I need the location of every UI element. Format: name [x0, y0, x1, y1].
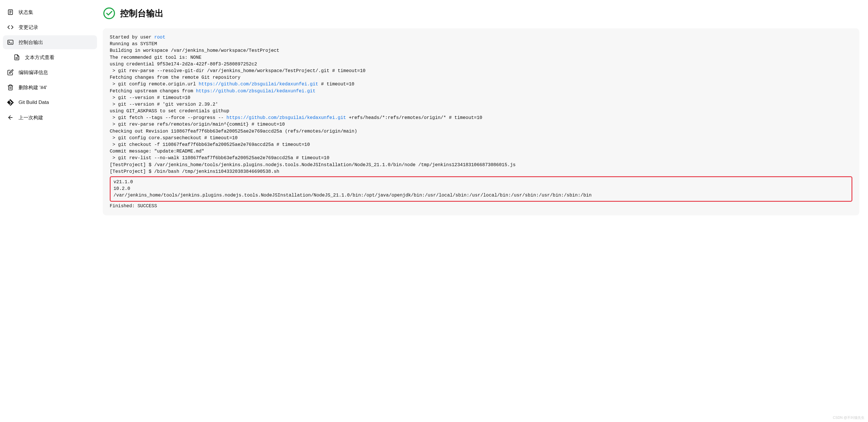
console-line: using GIT_ASKPASS to set credentials git…: [110, 108, 229, 114]
page-title: 控制台输出: [120, 7, 163, 20]
sidebar-item-label: 文本方式查看: [25, 54, 55, 61]
console-line: Started by user: [110, 35, 154, 40]
sidebar-item-label: 编辑编译信息: [19, 69, 48, 76]
console-line: Building in workspace /var/jenkins_home/…: [110, 48, 279, 53]
sidebar-item-console-output[interactable]: 控制台输出: [3, 35, 97, 49]
console-line: The recommended git tool is: NONE: [110, 55, 202, 60]
sidebar-item-label: 控制台输出: [19, 39, 43, 46]
console-line: using credential 9f53e174-2d2a-422f-80f3…: [110, 62, 257, 67]
sidebar-item-delete-build[interactable]: 删除构建 '#4': [3, 80, 97, 94]
sidebar-item-label: 上一次构建: [19, 114, 43, 121]
console-line: > git rev-list --no-walk 110867feaf7f6bb…: [110, 155, 330, 161]
console-line: # timeout=10: [318, 82, 354, 87]
console-line: > git config remote.origin.url: [110, 82, 198, 87]
main-content: 控制台输出 Started by user root Running as SY…: [100, 0, 868, 422]
terminal-icon: [7, 39, 14, 46]
console-line: Commit message: "update:README.md": [110, 149, 204, 154]
console-line: v21.1.0 10.2.0 /var/jenkins_home/tools/j…: [114, 180, 591, 198]
git-icon: [7, 99, 14, 106]
sidebar-item-edit-build-info[interactable]: 编辑编译信息: [3, 65, 97, 79]
highlighted-output: v21.1.0 10.2.0 /var/jenkins_home/tools/j…: [110, 176, 852, 202]
console-line: Fetching upstream changes from: [110, 89, 196, 94]
repo-url-link[interactable]: https://github.com/zbsguilai/kedaxunfei.…: [196, 89, 316, 94]
sidebar-item-label: 状态集: [19, 9, 33, 15]
sidebar-item-label: 删除构建 '#4': [19, 84, 47, 91]
user-link[interactable]: root: [154, 35, 165, 40]
console-line: Fetching changes from the remote Git rep…: [110, 75, 240, 80]
console-line: > git --version # 'git version 2.39.2': [110, 102, 218, 107]
console-line: +refs/heads/*:refs/remotes/origin/* # ti…: [346, 115, 482, 121]
page-header: 控制台输出: [103, 7, 859, 20]
document-list-icon: [7, 9, 14, 15]
console-line: > git rev-parse --resolve-git-dir /var/j…: [110, 68, 365, 73]
svg-point-11: [104, 8, 115, 19]
sidebar-item-git-build-data[interactable]: Git Build Data: [3, 96, 97, 109]
code-icon: [7, 24, 14, 31]
console-line: > git checkout -f 110867feaf7f6bb63efa20…: [110, 142, 310, 147]
repo-url-link[interactable]: https://github.com/zbsguilai/kedaxunfei.…: [198, 82, 318, 87]
arrow-left-icon: [7, 114, 14, 121]
sidebar-item-text-view[interactable]: 文本方式查看: [3, 51, 97, 64]
success-check-icon: [103, 7, 116, 20]
trash-icon: [7, 84, 14, 91]
console-line: Checking out Revision 110867feaf7f6bb63e…: [110, 129, 357, 134]
console-line: > git config core.sparsecheckout # timeo…: [110, 135, 238, 141]
repo-url-link[interactable]: https://github.com/zbsguilai/kedaxunfei.…: [226, 115, 346, 121]
sidebar-item-previous-build[interactable]: 上一次构建: [3, 110, 97, 125]
console-line: Finished: SUCCESS: [110, 203, 157, 209]
console-line: [TestProject] $ /var/jenkins_home/tools/…: [110, 162, 516, 168]
console-line: > git fetch --tags --force --progress --: [110, 115, 226, 121]
console-line: Running as SYSTEM: [110, 41, 157, 46]
sidebar-item-status[interactable]: 状态集: [3, 5, 97, 19]
console-line: > git --version # timeout=10: [110, 95, 190, 100]
console-line: > git rev-parse refs/remotes/origin/main…: [110, 122, 285, 127]
sidebar: 状态集 变更记录 控制台输出: [0, 0, 100, 422]
edit-icon: [7, 69, 14, 76]
file-icon: [13, 54, 20, 61]
console-output: Started by user root Running as SYSTEM B…: [103, 28, 859, 215]
svg-rect-4: [8, 40, 13, 44]
watermark: CSDN @不叫猫先生: [833, 415, 865, 420]
console-line: [TestProject] $ /bin/bash /tmp/jenkins11…: [110, 169, 279, 174]
sidebar-item-changes[interactable]: 变更记录: [3, 20, 97, 34]
sidebar-item-label: 变更记录: [19, 24, 38, 31]
sidebar-item-label: Git Build Data: [19, 100, 49, 105]
